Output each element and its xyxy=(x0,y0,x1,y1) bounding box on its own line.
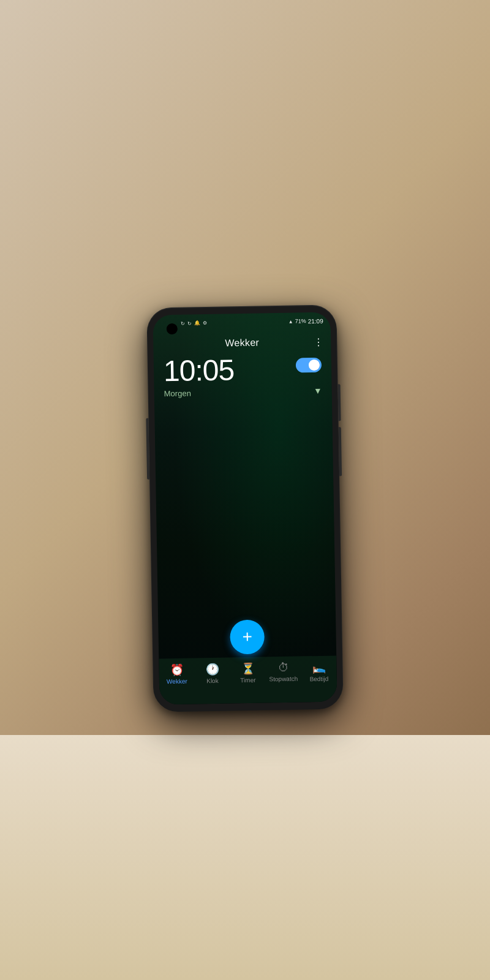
bottom-nav: ⏰ Wekker 🕐 Klok ⏳ Timer ⏱ Stopwatch 🛌 xyxy=(159,655,337,704)
nav-item-stopwatch[interactable]: ⏱ Stopwatch xyxy=(265,661,301,682)
nav-label-bedtijd: Bedtijd xyxy=(309,676,328,683)
alarm-clock-icon: ⏰ xyxy=(170,663,183,677)
timer-icon: ⏳ xyxy=(241,662,254,676)
notification-icon: 🔔 xyxy=(194,320,200,326)
add-icon: + xyxy=(242,627,252,647)
screen: ↻ ↻ 🔔 ⚙ ▲ 71% 21:09 Wekker ⋮ 10:05 xyxy=(153,312,337,705)
volume-down-button[interactable] xyxy=(146,418,149,480)
alarm-toggle[interactable] xyxy=(296,358,322,373)
nav-label-wekker: Wekker xyxy=(167,678,187,685)
stopwatch-icon: ⏱ xyxy=(277,662,288,674)
nav-item-bedtijd[interactable]: 🛌 Bedtijd xyxy=(301,660,337,682)
alarm-toggle-wrapper[interactable] xyxy=(296,358,322,373)
toggle-knob xyxy=(309,360,320,371)
status-icons-right: ▲ 71% 21:09 xyxy=(288,317,323,325)
battery-indicator: 71% xyxy=(295,318,306,324)
alarm-label: Morgen xyxy=(164,388,191,398)
nav-label-timer: Timer xyxy=(240,677,255,684)
alarm-label-row: Morgen ▼ xyxy=(164,386,322,399)
chevron-down-icon[interactable]: ▼ xyxy=(314,386,322,396)
nav-item-klok[interactable]: 🕐 Klok xyxy=(194,662,230,684)
clock-icon: 🕐 xyxy=(205,663,219,676)
status-time: 21:09 xyxy=(308,317,323,324)
nav-label-stopwatch: Stopwatch xyxy=(269,676,298,683)
nav-item-wekker[interactable]: ⏰ Wekker xyxy=(159,663,195,685)
add-alarm-button[interactable]: + xyxy=(230,619,265,654)
wifi-icon: ▲ xyxy=(288,318,293,324)
nav-item-timer[interactable]: ⏳ Timer xyxy=(230,662,266,684)
phone: ↻ ↻ 🔔 ⚙ ▲ 71% 21:09 Wekker ⋮ 10:05 xyxy=(146,304,343,712)
status-icons-left: ↻ ↻ 🔔 ⚙ xyxy=(181,320,207,326)
nav-label-klok: Klok xyxy=(206,677,219,684)
settings-icon: ⚙ xyxy=(203,320,207,326)
sync-icon-2: ↻ xyxy=(187,320,192,326)
sync-icon-1: ↻ xyxy=(181,320,185,326)
app-title: Wekker xyxy=(225,337,259,349)
bed-icon: 🛌 xyxy=(312,661,325,674)
app-header: Wekker ⋮ xyxy=(153,330,331,357)
phone-body: ↻ ↻ 🔔 ⚙ ▲ 71% 21:09 Wekker ⋮ 10:05 xyxy=(146,304,343,712)
menu-dots-button[interactable]: ⋮ xyxy=(314,336,323,347)
